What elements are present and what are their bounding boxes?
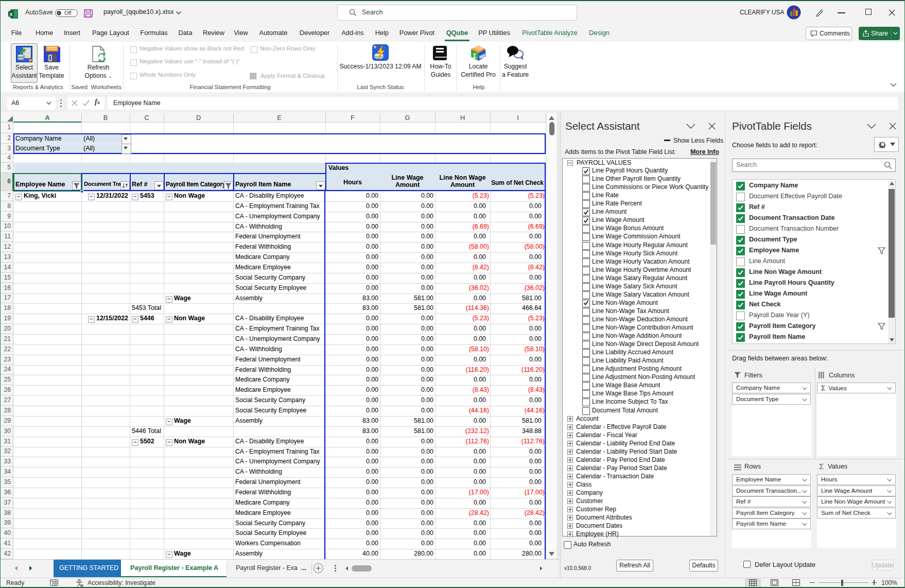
svg-text:Σ: Σ — [473, 53, 476, 60]
svg-text:X: X — [9, 11, 13, 17]
